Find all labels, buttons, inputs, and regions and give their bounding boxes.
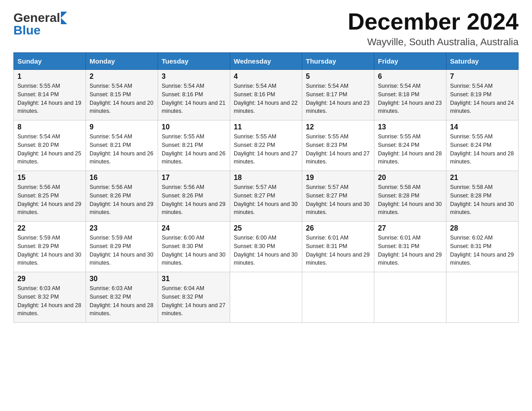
day-info: Sunrise: 5:55 AM Sunset: 8:22 PM Dayligh… (234, 133, 298, 166)
sunset-label: Sunset: 8:21 PM (90, 142, 131, 148)
day-info: Sunrise: 6:01 AM Sunset: 8:31 PM Dayligh… (378, 234, 442, 267)
daylight-label: Daylight: 14 hours and 23 minutes. (378, 100, 442, 115)
sunrise-label: Sunrise: 6:01 AM (306, 235, 348, 241)
sunrise-label: Sunrise: 5:56 AM (17, 184, 60, 190)
sunrise-label: Sunrise: 5:59 AM (90, 235, 132, 241)
calendar-cell: 14 Sunrise: 5:55 AM Sunset: 8:24 PM Dayl… (446, 120, 519, 171)
day-number: 21 (450, 174, 515, 182)
week-row-2: 8 Sunrise: 5:54 AM Sunset: 8:20 PM Dayli… (14, 120, 519, 171)
day-info: Sunrise: 5:56 AM Sunset: 8:26 PM Dayligh… (162, 183, 226, 217)
daylight-label: Daylight: 14 hours and 21 minutes. (162, 100, 225, 115)
calendar-cell: 12 Sunrise: 5:55 AM Sunset: 8:23 PM Dayl… (302, 120, 374, 171)
calendar-cell: 30 Sunrise: 6:03 AM Sunset: 8:32 PM Dayl… (86, 272, 158, 323)
day-number: 19 (306, 174, 370, 182)
day-number: 10 (162, 123, 226, 131)
sunset-label: Sunset: 8:24 PM (450, 142, 491, 148)
sunrise-label: Sunrise: 5:55 AM (306, 133, 348, 140)
calendar-cell: 9 Sunrise: 5:54 AM Sunset: 8:21 PM Dayli… (86, 120, 158, 171)
calendar-table: Sunday Monday Tuesday Wednesday Thursday… (13, 52, 519, 323)
calendar-cell: 26 Sunrise: 6:01 AM Sunset: 8:31 PM Dayl… (302, 222, 374, 272)
day-number: 18 (234, 174, 298, 182)
calendar-cell: 31 Sunrise: 6:04 AM Sunset: 8:32 PM Dayl… (158, 272, 230, 323)
daylight-label: Daylight: 14 hours and 28 minutes. (17, 302, 81, 317)
day-info: Sunrise: 5:55 AM Sunset: 8:21 PM Dayligh… (162, 133, 226, 166)
day-info: Sunrise: 5:57 AM Sunset: 8:27 PM Dayligh… (234, 183, 298, 217)
sunset-label: Sunset: 8:29 PM (17, 243, 59, 249)
logo-general-text: General (13, 12, 60, 24)
calendar-cell (230, 272, 302, 323)
sunset-label: Sunset: 8:28 PM (378, 193, 419, 199)
sunrise-label: Sunrise: 5:56 AM (90, 184, 132, 190)
sunset-label: Sunset: 8:30 PM (234, 243, 275, 249)
day-number: 31 (162, 275, 226, 283)
day-number: 12 (306, 123, 370, 131)
sunset-label: Sunset: 8:22 PM (234, 142, 275, 148)
sunset-label: Sunset: 8:28 PM (450, 193, 491, 199)
logo: General Blue (13, 12, 67, 37)
sunset-label: Sunset: 8:18 PM (378, 91, 419, 98)
daylight-label: Daylight: 14 hours and 23 minutes. (306, 100, 369, 115)
sunset-label: Sunset: 8:27 PM (306, 193, 347, 199)
sunrise-label: Sunrise: 5:54 AM (162, 83, 204, 89)
col-thursday: Thursday (302, 53, 374, 70)
col-tuesday: Tuesday (158, 53, 230, 70)
sunrise-label: Sunrise: 5:54 AM (306, 83, 348, 89)
sunrise-label: Sunrise: 5:58 AM (378, 184, 420, 190)
day-info: Sunrise: 5:59 AM Sunset: 8:29 PM Dayligh… (90, 234, 154, 267)
calendar-cell: 4 Sunrise: 5:54 AM Sunset: 8:16 PM Dayli… (230, 70, 302, 120)
week-row-3: 15 Sunrise: 5:56 AM Sunset: 8:25 PM Dayl… (14, 171, 519, 222)
col-saturday: Saturday (446, 53, 519, 70)
day-number: 4 (234, 73, 298, 81)
calendar-cell: 19 Sunrise: 5:57 AM Sunset: 8:27 PM Dayl… (302, 171, 374, 222)
day-info: Sunrise: 5:58 AM Sunset: 8:28 PM Dayligh… (450, 183, 515, 217)
day-number: 27 (378, 224, 442, 232)
calendar-cell: 8 Sunrise: 5:54 AM Sunset: 8:20 PM Dayli… (14, 120, 86, 171)
calendar-cell: 29 Sunrise: 6:03 AM Sunset: 8:32 PM Dayl… (14, 272, 86, 323)
sunset-label: Sunset: 8:32 PM (17, 294, 59, 300)
day-info: Sunrise: 5:54 AM Sunset: 8:17 PM Dayligh… (306, 82, 370, 116)
daylight-label: Daylight: 14 hours and 30 minutes. (162, 252, 225, 266)
calendar-cell: 25 Sunrise: 6:00 AM Sunset: 8:30 PM Dayl… (230, 222, 302, 272)
sunset-label: Sunset: 8:14 PM (17, 91, 59, 98)
calendar-cell: 17 Sunrise: 5:56 AM Sunset: 8:26 PM Dayl… (158, 171, 230, 222)
sunset-label: Sunset: 8:30 PM (162, 243, 203, 249)
sunrise-label: Sunrise: 6:03 AM (90, 285, 132, 291)
calendar-cell: 24 Sunrise: 6:00 AM Sunset: 8:30 PM Dayl… (158, 222, 230, 272)
daylight-label: Daylight: 14 hours and 30 minutes. (234, 201, 297, 216)
day-info: Sunrise: 5:54 AM Sunset: 8:16 PM Dayligh… (162, 82, 226, 116)
daylight-label: Daylight: 14 hours and 22 minutes. (234, 100, 297, 115)
col-sunday: Sunday (14, 53, 86, 70)
sunset-label: Sunset: 8:16 PM (234, 91, 275, 98)
sunset-label: Sunset: 8:29 PM (90, 243, 131, 249)
day-info: Sunrise: 6:01 AM Sunset: 8:31 PM Dayligh… (306, 234, 370, 267)
sunrise-label: Sunrise: 5:58 AM (450, 184, 493, 190)
sunrise-label: Sunrise: 6:00 AM (234, 235, 276, 241)
day-info: Sunrise: 6:00 AM Sunset: 8:30 PM Dayligh… (234, 234, 298, 267)
day-number: 9 (90, 123, 154, 131)
daylight-label: Daylight: 14 hours and 19 minutes. (17, 100, 81, 115)
calendar-cell (374, 272, 446, 323)
calendar-cell: 27 Sunrise: 6:01 AM Sunset: 8:31 PM Dayl… (374, 222, 446, 272)
day-info: Sunrise: 5:54 AM Sunset: 8:18 PM Dayligh… (378, 82, 442, 116)
calendar-cell: 15 Sunrise: 5:56 AM Sunset: 8:25 PM Dayl… (14, 171, 86, 222)
day-info: Sunrise: 5:55 AM Sunset: 8:14 PM Dayligh… (17, 82, 82, 116)
sunrise-label: Sunrise: 5:55 AM (162, 133, 204, 140)
calendar-cell: 5 Sunrise: 5:54 AM Sunset: 8:17 PM Dayli… (302, 70, 374, 120)
day-info: Sunrise: 5:54 AM Sunset: 8:19 PM Dayligh… (450, 82, 515, 116)
sunset-label: Sunset: 8:17 PM (306, 91, 347, 98)
week-row-1: 1 Sunrise: 5:55 AM Sunset: 8:14 PM Dayli… (14, 70, 519, 120)
daylight-label: Daylight: 14 hours and 30 minutes. (306, 201, 369, 216)
daylight-label: Daylight: 14 hours and 28 minutes. (378, 150, 442, 165)
day-number: 23 (90, 224, 154, 232)
day-info: Sunrise: 6:00 AM Sunset: 8:30 PM Dayligh… (162, 234, 226, 267)
calendar-cell: 1 Sunrise: 5:55 AM Sunset: 8:14 PM Dayli… (14, 70, 86, 120)
sunrise-label: Sunrise: 5:59 AM (17, 235, 60, 241)
sunrise-label: Sunrise: 5:55 AM (450, 133, 493, 140)
day-number: 1 (17, 73, 82, 81)
sunset-label: Sunset: 8:21 PM (162, 142, 203, 148)
daylight-label: Daylight: 14 hours and 27 minutes. (162, 302, 225, 317)
sunset-label: Sunset: 8:25 PM (17, 193, 59, 199)
sunrise-label: Sunrise: 5:54 AM (90, 83, 132, 89)
day-number: 13 (378, 123, 442, 131)
sunrise-label: Sunrise: 6:04 AM (162, 285, 204, 291)
